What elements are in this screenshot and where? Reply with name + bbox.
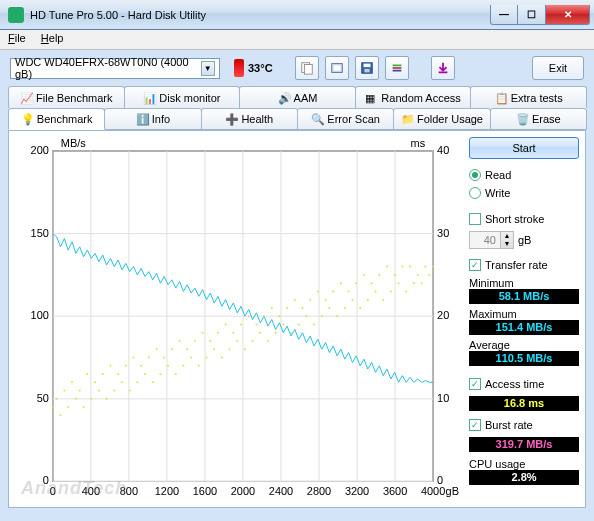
svg-point-52 (52, 406, 54, 408)
svg-point-119 (309, 299, 311, 301)
svg-point-65 (102, 373, 104, 375)
svg-point-108 (267, 340, 269, 342)
svg-point-102 (244, 348, 246, 350)
svg-point-151 (432, 266, 434, 268)
exit-button[interactable]: Exit (532, 56, 584, 80)
svg-point-120 (313, 323, 315, 325)
svg-rect-6 (364, 69, 369, 73)
svg-point-73 (132, 357, 134, 359)
svg-point-91 (202, 332, 204, 334)
tab-health[interactable]: ➕Health (201, 108, 298, 130)
access-time-check[interactable]: Access time (469, 376, 579, 392)
temperature: 33°C (234, 59, 273, 77)
svg-text:30: 30 (437, 227, 449, 239)
svg-point-71 (125, 365, 127, 367)
svg-text:50: 50 (37, 392, 49, 404)
tab-benchmark[interactable]: 💡Benchmark (8, 108, 105, 130)
info-icon: ℹ️ (136, 113, 148, 125)
tab-disk-monitor[interactable]: 📊Disk monitor (124, 86, 241, 108)
svg-point-77 (148, 357, 150, 359)
svg-point-76 (144, 373, 146, 375)
svg-point-90 (198, 365, 200, 367)
app-icon (8, 7, 24, 23)
menu-file[interactable]: File (8, 32, 26, 44)
svg-point-62 (90, 398, 92, 400)
svg-point-66 (106, 398, 108, 400)
svg-point-97 (225, 323, 227, 325)
transfer-rate-check[interactable]: Transfer rate (469, 257, 579, 273)
short-stroke-check[interactable]: Short stroke (469, 211, 579, 227)
svg-point-136 (374, 290, 376, 292)
minimize-button[interactable]: — (490, 5, 518, 25)
tab-folder-usage[interactable]: 📁Folder Usage (393, 108, 490, 130)
chevron-down-icon[interactable]: ▼ (201, 61, 215, 76)
stat-average: Average110.5 MB/s (469, 339, 579, 366)
svg-point-150 (428, 274, 430, 276)
svg-point-72 (129, 390, 131, 392)
speaker-icon: 🔊 (278, 92, 290, 104)
health-icon: ➕ (225, 113, 237, 125)
svg-point-117 (302, 307, 304, 309)
svg-text:ms: ms (411, 137, 426, 149)
start-button[interactable]: Start (469, 137, 579, 159)
svg-point-92 (205, 357, 207, 359)
svg-point-115 (294, 299, 296, 301)
watermark: AnandTech (21, 478, 127, 499)
svg-point-128 (344, 307, 346, 309)
scan-icon: 🔍 (311, 113, 323, 125)
svg-point-114 (290, 332, 292, 334)
svg-point-113 (286, 307, 288, 309)
svg-text:2400: 2400 (269, 485, 293, 497)
svg-point-82 (167, 365, 169, 367)
thermometer-icon (234, 59, 244, 77)
svg-point-144 (405, 290, 407, 292)
stat-maximum: Maximum151.4 MB/s (469, 308, 579, 335)
svg-point-69 (117, 373, 119, 375)
svg-point-122 (321, 315, 323, 317)
radio-on-icon (469, 169, 481, 181)
svg-point-101 (240, 323, 242, 325)
checkbox-off-icon (469, 213, 481, 225)
svg-text:2000: 2000 (231, 485, 255, 497)
spinner-icon: ▲▼ (500, 231, 514, 249)
save-button[interactable] (355, 56, 379, 80)
save-screenshot-button[interactable] (431, 56, 455, 80)
checkbox-on-icon (469, 378, 481, 390)
read-radio[interactable]: Read (469, 167, 579, 183)
tab-error-scan[interactable]: 🔍Error Scan (297, 108, 394, 130)
stat-access: 16.8 ms (469, 396, 579, 411)
write-radio[interactable]: Write (469, 185, 579, 201)
svg-point-67 (109, 365, 111, 367)
svg-point-135 (371, 282, 373, 284)
svg-point-123 (325, 299, 327, 301)
monitor-icon: 📊 (143, 92, 155, 104)
svg-text:3200: 3200 (345, 485, 369, 497)
svg-text:40: 40 (437, 144, 449, 156)
tab-erase[interactable]: 🗑️Erase (490, 108, 587, 130)
burst-rate-check[interactable]: Burst rate (469, 417, 579, 433)
close-button[interactable]: ✕ (546, 5, 590, 25)
tab-info[interactable]: ℹ️Info (104, 108, 201, 130)
svg-point-109 (271, 307, 273, 309)
svg-point-75 (140, 365, 142, 367)
tab-aam[interactable]: 🔊AAM (239, 86, 356, 108)
svg-text:1200: 1200 (155, 485, 179, 497)
svg-point-88 (190, 357, 192, 359)
options-button[interactable] (385, 56, 409, 80)
svg-point-53 (56, 398, 58, 400)
copy-screenshot-button[interactable] (325, 56, 349, 80)
tab-random-access[interactable]: ▦Random Access (355, 86, 472, 108)
svg-text:200: 200 (31, 144, 49, 156)
drive-select[interactable]: WDC WD40EFRX-68WT0N0 (4000 gB) ▼ (10, 58, 220, 79)
svg-text:20: 20 (437, 309, 449, 321)
svg-rect-8 (392, 67, 401, 69)
svg-point-78 (152, 381, 154, 383)
tab-file-benchmark[interactable]: 📈File Benchmark (8, 86, 125, 108)
menu-bar: File Help (0, 30, 594, 50)
svg-text:2800: 2800 (307, 485, 331, 497)
tab-extra-tests[interactable]: 📋Extra tests (470, 86, 587, 108)
menu-help[interactable]: Help (41, 32, 64, 44)
maximize-button[interactable]: ☐ (518, 5, 546, 25)
copy-info-button[interactable] (295, 56, 319, 80)
svg-point-96 (221, 357, 223, 359)
